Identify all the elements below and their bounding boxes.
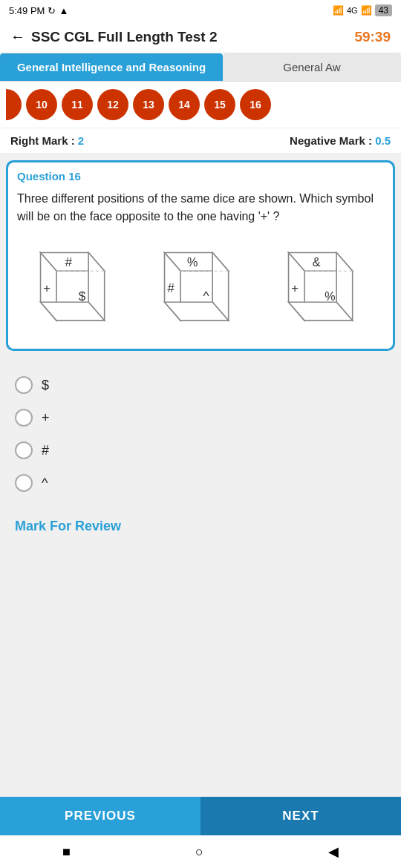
svg-text:%: % [325,289,336,303]
option-dollar-label: $ [42,378,49,393]
sync-icon: ↻ [48,5,56,16]
question-bubbles: 10 11 12 13 14 15 16 [0,82,401,128]
option-dollar[interactable]: $ [15,369,386,401]
battery-icon: 43 [375,4,392,16]
android-nav-bar: ■ ○ ◀ [0,835,401,868]
nav-back-icon[interactable]: ◀ [328,844,339,860]
back-button[interactable]: ← [10,28,25,45]
tab-general-intelligence[interactable]: General Intelligence and Reasoning [0,53,223,81]
option-plus[interactable]: + [15,401,386,434]
mark-review-button[interactable]: Mark For Review [15,519,121,533]
svg-text:+: + [43,280,50,295]
header-left: ← SSC CGL Full Length Test 2 [10,28,218,45]
question-inner: Question 16 Three different positions of… [8,162,393,349]
bubble-15[interactable]: 15 [204,89,235,120]
next-button[interactable]: NEXT [200,797,401,835]
status-left: 5:49 PM ↻ ▲ [9,5,68,16]
dice-illustrations: # + $ % # ^ [8,233,393,349]
bubble-14[interactable]: 14 [169,89,200,120]
bubble-partial [6,89,22,120]
nav-circle-icon[interactable]: ○ [195,844,203,860]
dice-3: & + % [273,240,376,337]
question-header: Question 16 [8,162,393,187]
radio-plus[interactable] [15,409,33,427]
timer-display: 59:39 [354,29,391,45]
status-right: 📶 4G 📶 43 [333,4,392,16]
nav-square-icon[interactable]: ■ [62,844,71,860]
question-card: Question 16 Three different positions of… [6,160,395,351]
marks-bar: Right Mark : 2 Negative Mark : 0.5 [0,128,401,153]
options-container: $ + # ^ [0,358,401,504]
right-mark: Right Mark : 2 [10,134,84,147]
bubble-10[interactable]: 10 [26,89,57,120]
bottom-nav-buttons: PREVIOUS NEXT [0,797,401,835]
tab-general-awareness[interactable]: General Aw [223,53,401,81]
bubble-16[interactable]: 16 [240,89,271,120]
dice-2: % # ^ [149,240,252,337]
svg-text:+: + [291,280,299,295]
radio-dollar[interactable] [15,376,33,394]
bubble-11[interactable]: 11 [62,89,93,120]
option-caret[interactable]: ^ [15,467,386,499]
status-bar: 5:49 PM ↻ ▲ 📶 4G 📶 43 [0,0,401,21]
bubble-13[interactable]: 13 [133,89,164,120]
bubble-12[interactable]: 12 [97,89,128,120]
svg-text:&: & [313,255,321,269]
radio-hash[interactable] [15,441,33,459]
svg-text:#: # [167,280,175,295]
mark-review-section: Mark For Review [0,504,401,542]
svg-text:^: ^ [203,289,209,303]
option-hash-label: # [42,443,49,458]
upload-icon: ▲ [59,5,68,16]
svg-text:%: % [187,255,198,269]
previous-button[interactable]: PREVIOUS [0,797,200,835]
test-title: SSC CGL Full Length Test 2 [31,29,218,45]
radio-caret[interactable] [15,474,33,492]
svg-text:$: $ [78,289,85,303]
negative-mark: Negative Mark : 0.5 [290,134,391,147]
option-hash[interactable]: # [15,434,386,467]
option-caret-label: ^ [42,476,48,491]
app-header: ← SSC CGL Full Length Test 2 59:39 [0,21,401,53]
tab-bar: General Intelligence and Reasoning Gener… [0,53,401,82]
signal-icon2: 📶 [361,5,372,16]
4g-icon: 4G [347,6,358,15]
status-time: 5:49 PM [9,5,45,16]
dice-1: # + $ [25,240,128,337]
option-plus-label: + [42,410,50,426]
question-text: Three different positions of the same di… [8,187,393,233]
signal-icon: 📶 [333,5,344,16]
svg-text:#: # [65,254,72,269]
